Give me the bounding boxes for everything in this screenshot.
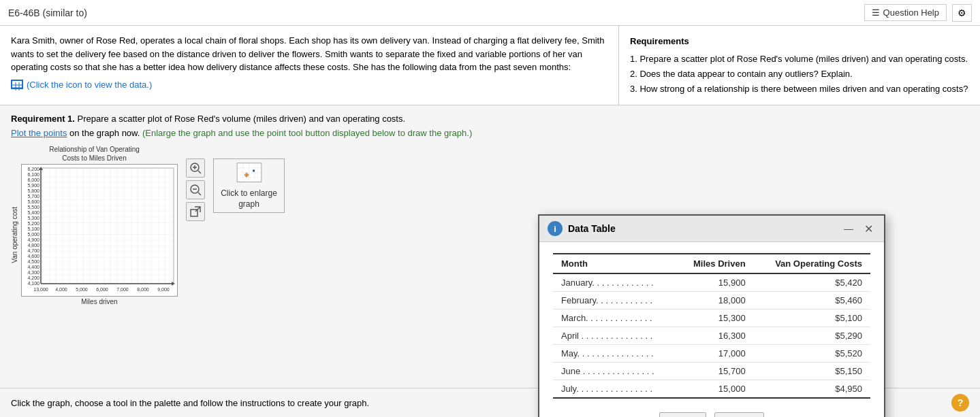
header-controls: ☰ Question Help ⚙: [864, 4, 972, 22]
modal-header: i Data Table — ✕: [539, 216, 884, 242]
requirement-3: 3. How strong of a relationship is there…: [630, 82, 969, 97]
done-button[interactable]: Done: [714, 412, 764, 417]
requirements-panel: Requirements 1. Prepare a scatter plot o…: [619, 26, 980, 105]
external-link-button[interactable]: [186, 202, 205, 221]
cell-costs-4: $5,520: [754, 345, 870, 363]
svg-text:4,700: 4,700: [27, 248, 39, 253]
enlarge-text: Click to enlarge graph: [217, 188, 281, 210]
cell-month-6: July. . . . . . . . . . . . . . . .: [553, 380, 676, 399]
svg-text:4,900: 4,900: [27, 237, 39, 242]
svg-text:6,000: 6,000: [96, 287, 108, 292]
cell-miles-4: 17,000: [676, 345, 753, 363]
svg-point-59: [252, 170, 254, 172]
cell-month-1: February. . . . . . . . . . . .: [553, 292, 676, 310]
cell-month-2: March. . . . . . . . . . . . . .: [553, 310, 676, 327]
svg-text:13,000: 13,000: [33, 287, 48, 292]
table-row: January. . . . . . . . . . . . . 15,900 …: [553, 273, 870, 292]
svg-text:4,400: 4,400: [27, 265, 39, 269]
requirements-title: Requirements: [630, 34, 969, 49]
cell-month-5: June . . . . . . . . . . . . . . .: [553, 363, 676, 380]
bottom-instruction: Click the graph, choose a tool in the pa…: [11, 398, 369, 408]
col-costs: Van Operating Costs: [754, 254, 870, 273]
svg-text:5,200: 5,200: [27, 221, 39, 226]
svg-line-45: [198, 193, 201, 195]
modal-title: Data Table: [568, 223, 616, 234]
table-row: July. . . . . . . . . . . . . . . . 15,0…: [553, 380, 870, 399]
svg-text:6,200: 6,200: [27, 167, 39, 171]
modal-body: Month Miles Driven Van Operating Costs J…: [539, 242, 884, 417]
modal-title-area: i Data Table: [548, 221, 616, 236]
graph-title: Relationship of Van Operating Costs to M…: [11, 145, 178, 163]
graph-wrapper: Relationship of Van Operating Costs to M…: [11, 145, 178, 305]
cell-miles-0: 15,900: [676, 273, 753, 292]
modal-controls: — ✕: [841, 222, 876, 235]
svg-text:5,900: 5,900: [27, 183, 39, 188]
enlarge-graph-icon: [236, 162, 263, 186]
zoom-in-button[interactable]: [186, 159, 205, 178]
plot-instruction: Plot the points on the graph now. (Enlar…: [11, 128, 969, 138]
modal-close-button[interactable]: ✕: [862, 222, 876, 235]
table-row: June . . . . . . . . . . . . . . . 15,70…: [553, 363, 870, 380]
svg-text:5,700: 5,700: [27, 194, 39, 199]
requirement-header: Requirement 1. Prepare a scatter plot of…: [11, 114, 969, 124]
graph-area: Van operating cost: [11, 164, 178, 305]
plot-points-link[interactable]: Plot the points: [11, 128, 67, 138]
cell-costs-5: $5,150: [754, 363, 870, 380]
problem-description: Kara Smith, owner of Rose Red, operates …: [11, 34, 607, 74]
svg-text:9,000: 9,000: [157, 287, 170, 292]
cell-month-3: April . . . . . . . . . . . . . . .: [553, 327, 676, 345]
svg-text:6,000: 6,000: [27, 178, 39, 182]
zoom-controls: [186, 159, 205, 221]
main-area: Requirement 1. Prepare a scatter plot of…: [0, 105, 980, 417]
cell-miles-5: 15,700: [676, 363, 753, 380]
print-button[interactable]: Print: [659, 412, 706, 417]
svg-text:8,000: 8,000: [137, 287, 149, 292]
help-button[interactable]: ?: [951, 394, 969, 412]
svg-text:5,000: 5,000: [76, 287, 88, 292]
gear-icon: ⚙: [958, 7, 966, 18]
cell-month-0: January. . . . . . . . . . . . .: [553, 273, 676, 292]
requirement-1: 1. Prepare a scatter plot of Rose Red's …: [630, 52, 969, 67]
cell-costs-0: $5,420: [754, 273, 870, 292]
svg-text:5,300: 5,300: [27, 216, 39, 220]
svg-text:7,000: 7,000: [116, 287, 129, 292]
x-axis-label: Miles driven: [21, 298, 178, 305]
graph-inner[interactable]: 6,200 6,100 6,000 5,900 5,800 5,700 5,60…: [21, 164, 178, 305]
svg-text:5,100: 5,100: [27, 227, 39, 231]
info-icon: i: [548, 221, 563, 236]
col-month: Month: [553, 254, 676, 273]
svg-text:4,600: 4,600: [27, 254, 39, 258]
svg-point-58: [245, 174, 247, 176]
table-row: February. . . . . . . . . . . . 18,000 $…: [553, 292, 870, 310]
grid-icon: [11, 80, 23, 89]
table-row: May. . . . . . . . . . . . . . . . 17,00…: [553, 345, 870, 363]
svg-text:4,000: 4,000: [55, 287, 67, 292]
page-title: E6-46B (similar to): [8, 7, 87, 18]
col-miles: Miles Driven: [676, 254, 753, 273]
view-data-link[interactable]: (Click the icon to view the data.): [11, 78, 607, 92]
cell-month-4: May. . . . . . . . . . . . . . . .: [553, 345, 676, 363]
top-content: Kara Smith, owner of Rose Red, operates …: [0, 26, 980, 105]
requirement-2: 2. Does the data appear to contain any o…: [630, 67, 969, 82]
modal-footer: Print Done: [553, 410, 870, 417]
view-data-text: (Click the icon to view the data.): [27, 78, 152, 92]
scatter-plot-svg[interactable]: 6,200 6,100 6,000 5,900 5,800 5,700 5,60…: [21, 164, 178, 297]
problem-text-panel: Kara Smith, owner of Rose Red, operates …: [0, 26, 619, 105]
svg-text:5,600: 5,600: [27, 199, 39, 204]
svg-rect-5: [41, 168, 174, 284]
svg-text:5,400: 5,400: [27, 210, 39, 215]
cell-miles-6: 15,000: [676, 380, 753, 399]
table-row: April . . . . . . . . . . . . . . . 16,3…: [553, 327, 870, 345]
data-table: Month Miles Driven Van Operating Costs J…: [553, 253, 870, 399]
svg-text:4,100: 4,100: [27, 281, 39, 286]
enlarge-graph-button[interactable]: Click to enlarge graph: [213, 159, 285, 213]
modal-minimize-button[interactable]: —: [841, 222, 856, 235]
gear-button[interactable]: ⚙: [952, 4, 972, 22]
svg-text:4,200: 4,200: [27, 276, 39, 280]
zoom-out-button[interactable]: [186, 180, 205, 199]
cell-costs-3: $5,290: [754, 327, 870, 345]
question-help-button[interactable]: ☰ Question Help: [864, 4, 947, 21]
cell-miles-2: 15,300: [676, 310, 753, 327]
svg-text:5,500: 5,500: [27, 205, 39, 210]
cell-costs-6: $4,950: [754, 380, 870, 399]
